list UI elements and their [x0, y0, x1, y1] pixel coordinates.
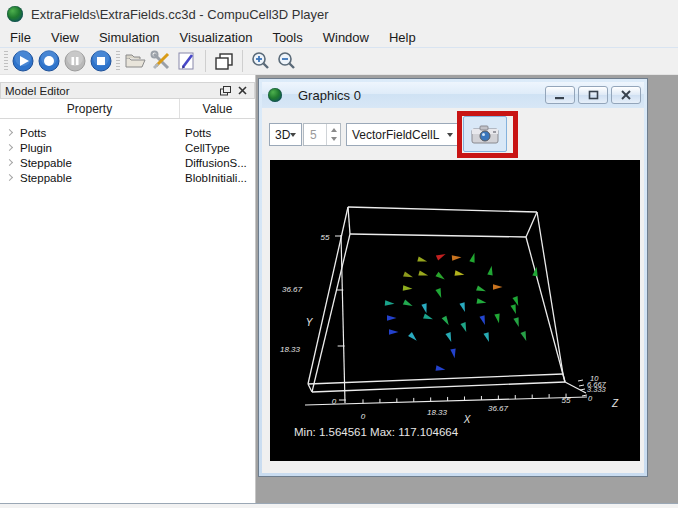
svg-text:0: 0 [588, 394, 593, 403]
close-icon [238, 86, 247, 95]
open-folder-icon [124, 50, 146, 72]
main-area: Model Editor Property Value Potts [0, 75, 678, 503]
model-editor-panel: Model Editor Property Value Potts [0, 75, 256, 503]
zoom-out-icon [276, 50, 298, 72]
wrench-screwdriver-icon [150, 50, 172, 72]
toolbar-handle[interactable] [4, 51, 8, 71]
menu-visualization[interactable]: Visualization [170, 28, 263, 47]
table-row-plugin[interactable]: Plugin CellType [0, 140, 255, 155]
svg-text:0: 0 [361, 412, 366, 421]
svg-text:X: X [463, 414, 471, 425]
dock-float-button[interactable] [218, 84, 233, 97]
chevron-right-icon[interactable] [6, 174, 13, 181]
row-value: BlobInitiali... [180, 172, 255, 184]
step-button[interactable] [36, 48, 62, 74]
svg-text:Z: Z [611, 398, 619, 409]
main-toolbar [0, 47, 678, 75]
menu-window[interactable]: Window [313, 28, 379, 47]
minimize-icon [555, 91, 565, 100]
annotation-red-box [457, 111, 518, 158]
dimension-combobox[interactable]: 3D [269, 123, 302, 146]
spin-buttons[interactable] [326, 124, 340, 145]
vector-field-scene: 018.3336.6755018.3336.675503.3336.66710X… [270, 160, 640, 461]
row-property: Potts [20, 127, 180, 139]
status-bar [0, 503, 678, 508]
row-property: Plugin [20, 142, 180, 154]
column-property[interactable]: Property [0, 99, 180, 118]
model-editor-title: Model Editor [5, 85, 216, 97]
svg-text:18.33: 18.33 [280, 345, 301, 354]
toolbar-separator [205, 50, 206, 72]
edit-button[interactable] [174, 48, 200, 74]
cascade-windows-icon [213, 50, 235, 72]
play-button[interactable] [10, 48, 36, 74]
pause-icon [64, 50, 86, 72]
cascade-windows-button[interactable] [211, 48, 237, 74]
open-simulation-button[interactable] [122, 48, 148, 74]
table-row-potts[interactable]: Potts Potts [0, 125, 255, 140]
menu-simulation[interactable]: Simulation [89, 28, 170, 47]
dimension-value: 3D [275, 128, 290, 142]
dock-close-button[interactable] [235, 84, 250, 97]
spin-down-icon [331, 137, 337, 141]
tools-button[interactable] [148, 48, 174, 74]
svg-text:0: 0 [332, 397, 337, 406]
close-window-button[interactable] [611, 86, 641, 104]
pause-button[interactable] [62, 48, 88, 74]
stop-button[interactable] [88, 48, 114, 74]
cc3d-logo-icon [268, 88, 282, 102]
svg-text:18.33: 18.33 [427, 408, 448, 417]
window-title: ExtraFields\ExtraFields.cc3d - CompuCell… [31, 7, 329, 22]
row-value: DiffusionS... [180, 157, 255, 169]
row-property: Steppable [20, 157, 180, 169]
close-icon [621, 90, 631, 100]
chevron-right-icon[interactable] [6, 159, 13, 166]
mcs-spinbox[interactable]: 5 [303, 123, 341, 146]
float-icon [220, 86, 231, 96]
chevron-right-icon[interactable] [6, 144, 13, 151]
toolbar-handle[interactable] [116, 51, 120, 71]
graphics-viewport[interactable]: 018.3336.6755018.3336.675503.3336.66710X… [270, 160, 640, 461]
play-icon [12, 50, 34, 72]
zoom-in-button[interactable] [248, 48, 274, 74]
graphics-window-content: 3D 5 VectorFieldCellL [262, 108, 644, 473]
menu-file[interactable]: File [0, 28, 41, 47]
menu-bar: File View Simulation Visualization Tools… [0, 28, 678, 47]
field-value: VectorFieldCellL [352, 128, 439, 142]
spin-up-icon [331, 128, 337, 132]
field-combobox[interactable]: VectorFieldCellL [346, 123, 459, 146]
column-value[interactable]: Value [180, 99, 255, 118]
graphics-window-titlebar[interactable]: Graphics 0 [262, 82, 644, 108]
row-value: CellType [180, 142, 255, 154]
chevron-right-icon[interactable] [6, 129, 13, 136]
svg-text:55: 55 [562, 396, 571, 405]
row-value: Potts [180, 127, 255, 139]
model-editor-header[interactable]: Model Editor [0, 82, 255, 99]
graphics-window-title: Graphics 0 [298, 88, 545, 103]
stop-icon [90, 50, 112, 72]
table-row-steppable-2[interactable]: Steppable BlobInitiali... [0, 170, 255, 185]
svg-text:10: 10 [590, 374, 599, 383]
app-titlebar[interactable]: ExtraFields\ExtraFields.cc3d - CompuCell… [0, 0, 678, 28]
zoom-out-button[interactable] [274, 48, 300, 74]
step-icon [38, 50, 60, 72]
menu-tools[interactable]: Tools [262, 28, 312, 47]
minimize-button[interactable] [545, 86, 575, 104]
mcs-value: 5 [310, 128, 317, 142]
graphics-window: Graphics 0 [258, 78, 648, 477]
pencil-icon [176, 50, 198, 72]
menu-view[interactable]: View [41, 28, 89, 47]
svg-text:55: 55 [321, 233, 330, 242]
svg-text:36.67: 36.67 [282, 285, 303, 294]
chevron-down-icon [290, 133, 296, 137]
zoom-in-icon [250, 50, 272, 72]
table-row-steppable-1[interactable]: Steppable DiffusionS... [0, 155, 255, 170]
property-table-header: Property Value [0, 99, 255, 119]
mdi-area: Graphics 0 [256, 75, 678, 503]
svg-text:Min: 1.564561 Max: 117.104664: Min: 1.564561 Max: 117.104664 [294, 426, 459, 438]
menu-help[interactable]: Help [379, 28, 426, 47]
chevron-down-icon [447, 133, 453, 137]
restore-icon [588, 90, 599, 100]
svg-text:Y: Y [306, 317, 314, 328]
restore-button[interactable] [578, 86, 608, 104]
